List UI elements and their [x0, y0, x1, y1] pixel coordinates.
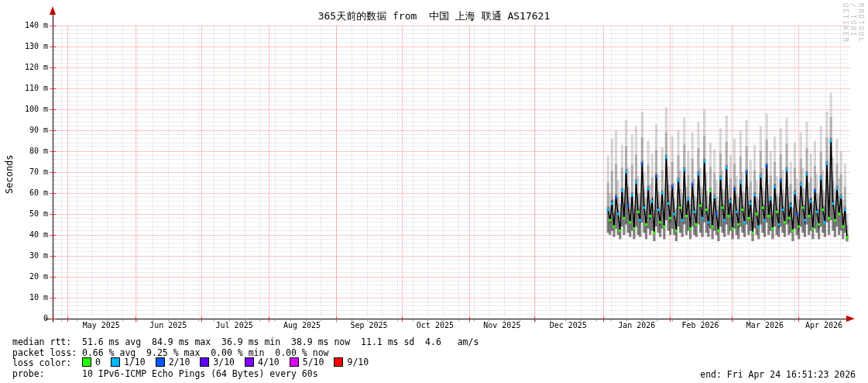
x-tick-label: Dec 2025 — [550, 321, 587, 330]
y-tick-label: 130 m — [15, 42, 48, 50]
loss-legend-item: 0 — [82, 357, 101, 367]
y-tick-label: 0 — [15, 314, 48, 323]
y-tick-label: 50 m — [15, 209, 48, 218]
loss-swatch-label: 2/10 — [169, 357, 190, 367]
loss-legend-item: 1/10 — [111, 357, 146, 367]
median-rtt-stats: median rtt: 51.6 ms avg 84.9 ms max 36.9… — [12, 337, 479, 347]
loss-color-items: 01/102/103/104/105/109/10 — [82, 357, 379, 369]
loss-swatch-icon — [82, 357, 91, 367]
y-tick-label: 140 m — [15, 21, 48, 29]
x-tick-label: Oct 2025 — [417, 321, 454, 330]
y-tick-label: 80 m — [15, 147, 48, 155]
loss-legend-item: 9/10 — [334, 357, 369, 367]
x-tick-label: Jan 2026 — [618, 321, 655, 330]
y-tick-label: 10 m — [15, 293, 48, 302]
x-tick-label: Jul 2025 — [216, 321, 253, 330]
loss-swatch-label: 1/10 — [124, 357, 146, 367]
y-tick-label: 60 m — [15, 188, 48, 197]
loss-swatch-icon — [156, 357, 165, 367]
loss-legend-item: 4/10 — [245, 357, 280, 367]
loss-swatch-label: 5/10 — [303, 357, 324, 367]
x-tick-label: Nov 2025 — [483, 321, 520, 330]
x-tick-label: Aug 2025 — [283, 321, 321, 330]
x-tick-label: Apr 2026 — [805, 321, 842, 330]
loss-swatch-label: 0 — [95, 357, 101, 367]
y-tick-label: 70 m — [15, 167, 48, 176]
probe-info: probe: 10 IPv6-ICMP Echo Pings (64 Bytes… — [12, 369, 318, 378]
loss-swatch-label: 3/10 — [213, 357, 235, 367]
y-tick-label: 30 m — [15, 251, 48, 260]
packet-loss-stats: packet loss: 0.66 % avg 9.25 % max 0.00 … — [12, 348, 329, 357]
y-tick-label: 120 m — [15, 63, 48, 71]
end-timestamp: end: Fri Apr 24 16:51:23 2026 — [700, 369, 856, 380]
x-tick-label: Mar 2026 — [746, 321, 784, 330]
y-axis-label: Seconds — [4, 154, 15, 194]
loss-color-legend: loss color: 01/102/103/104/105/109/10 — [12, 357, 379, 369]
loss-swatch-icon — [245, 357, 254, 367]
x-tick-label: Sep 2025 — [350, 321, 387, 330]
loss-swatch-icon — [200, 357, 209, 367]
y-tick-label: 100 m — [15, 105, 48, 113]
loss-swatch-icon — [290, 357, 299, 367]
y-tick-label: 90 m — [15, 126, 48, 134]
x-tick-label: Feb 2026 — [681, 321, 719, 330]
loss-swatch-label: 4/10 — [258, 357, 280, 367]
loss-legend-item: 2/10 — [156, 357, 190, 367]
loss-legend-item: 5/10 — [290, 357, 324, 367]
x-tick-label: Jun 2025 — [149, 321, 187, 330]
x-tick-label: May 2025 — [83, 321, 120, 330]
loss-color-label: loss color: — [12, 357, 82, 368]
chart-title: 365天前的数据 from 中国 上海 联通 AS17621 — [0, 9, 868, 23]
loss-legend-item: 3/10 — [200, 357, 235, 367]
loss-swatch-label: 9/10 — [347, 357, 369, 367]
loss-swatch-icon — [334, 357, 343, 367]
loss-swatch-icon — [111, 357, 120, 367]
y-tick-label: 40 m — [15, 230, 48, 239]
y-tick-label: 110 m — [15, 84, 48, 92]
y-tick-label: 20 m — [15, 272, 48, 281]
rrdtool-watermark: RRDTOOL / TOBI OETIKER — [842, 3, 865, 43]
